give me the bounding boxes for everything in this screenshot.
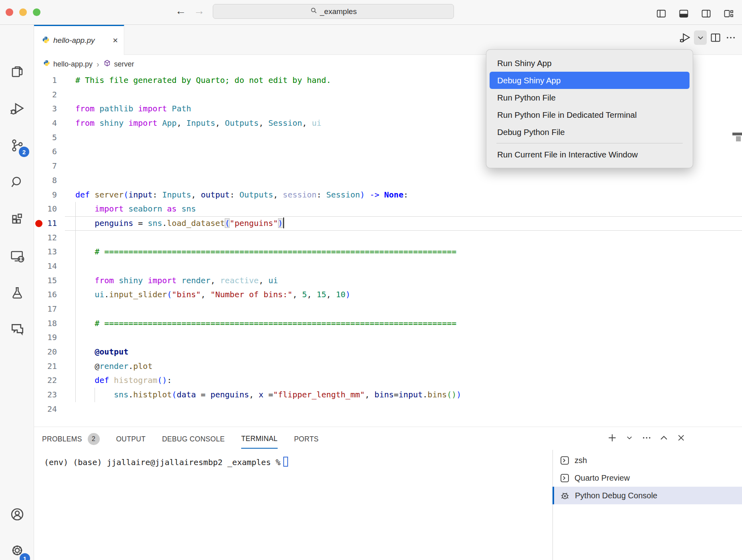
- menu-item[interactable]: Run Shiny App: [490, 54, 690, 72]
- source-control-icon[interactable]: 2: [0, 131, 34, 159]
- panel-more-actions-icon[interactable]: [641, 432, 653, 444]
- search-icon: [310, 7, 317, 16]
- line-number[interactable]: 16: [34, 288, 57, 302]
- line-number[interactable]: 14: [34, 259, 57, 274]
- zoom-window-button[interactable]: [33, 8, 40, 16]
- navigate-forward-button[interactable]: →: [192, 5, 206, 17]
- code-line[interactable]: 8: [34, 173, 742, 188]
- explorer-icon[interactable]: [0, 58, 34, 86]
- menu-item[interactable]: Run Python File: [490, 89, 690, 106]
- menu-item[interactable]: Run Python File in Dedicated Terminal: [490, 106, 690, 123]
- code-line[interactable]: 18 # ===================================…: [34, 316, 742, 331]
- panel-tab-output[interactable]: OUTPUT: [116, 429, 146, 449]
- testing-icon[interactable]: [0, 279, 34, 307]
- account-icon[interactable]: [0, 500, 34, 528]
- code-line[interactable]: 16 ui.input_slider("bins", "Number of bi…: [34, 288, 742, 302]
- panel-tab-terminal[interactable]: TERMINAL: [241, 429, 278, 449]
- comments-icon[interactable]: [0, 316, 34, 344]
- tab-close-icon[interactable]: ✕: [113, 36, 118, 45]
- line-number[interactable]: 8: [34, 173, 57, 188]
- code-line[interactable]: 13 # ===================================…: [34, 245, 742, 259]
- code-line[interactable]: 10 import seaborn as sns: [34, 202, 742, 216]
- line-number[interactable]: 9: [34, 188, 57, 202]
- menu-item[interactable]: Debug Shiny App: [490, 72, 690, 89]
- line-number[interactable]: 19: [34, 330, 57, 345]
- customize-layout-icon[interactable]: [722, 6, 735, 21]
- command-center-search[interactable]: _examples: [213, 4, 454, 19]
- line-number[interactable]: 3: [34, 102, 57, 116]
- navigate-back-button[interactable]: ←: [174, 5, 188, 17]
- toggle-secondary-sidebar-icon[interactable]: [700, 6, 712, 21]
- line-number[interactable]: 6: [34, 145, 57, 159]
- code-line[interactable]: 22 def histogram():: [34, 373, 742, 388]
- code-line[interactable]: 12: [34, 231, 742, 245]
- code-line[interactable]: 24: [34, 402, 742, 417]
- code-line[interactable]: 11 penguins = sns.load_dataset("penguins…: [34, 216, 742, 231]
- line-number[interactable]: 15: [34, 274, 57, 288]
- panel-tab-label: PORTS: [294, 429, 319, 449]
- overview-ruler-mark: [732, 133, 742, 135]
- breadcrumb-file[interactable]: hello-app.py: [53, 60, 93, 68]
- code-line-content: def server(input: Inputs, output: Output…: [75, 188, 408, 202]
- minimize-window-button[interactable]: [19, 8, 27, 16]
- line-number[interactable]: 24: [34, 402, 57, 417]
- code-line[interactable]: 14: [34, 259, 742, 274]
- maximize-panel-icon[interactable]: [658, 432, 670, 444]
- menu-item[interactable]: Run Current File in Interactive Window: [490, 146, 690, 163]
- breakpoint-dot[interactable]: [35, 220, 42, 227]
- code-line-content: penguins = sns.load_dataset("penguins"): [75, 216, 284, 231]
- line-number[interactable]: 5: [34, 131, 57, 145]
- close-window-button[interactable]: [6, 8, 13, 16]
- line-number[interactable]: 17: [34, 302, 57, 316]
- code-line[interactable]: 20 @output: [34, 345, 742, 359]
- terminal-list-item-label: zsh: [575, 456, 587, 465]
- panel-tab-problems[interactable]: PROBLEMS2: [42, 429, 100, 449]
- line-number[interactable]: 18: [34, 316, 57, 331]
- panel-tab-ports[interactable]: PORTS: [294, 429, 319, 449]
- toggle-panel-icon[interactable]: [677, 6, 690, 21]
- debug-run-button[interactable]: [679, 30, 692, 45]
- settings-gear-icon[interactable]: 1: [0, 536, 34, 560]
- terminal-list-item-python-debug-console[interactable]: Python Debug Console: [552, 487, 742, 504]
- panel-tab-label: DEBUG CONSOLE: [162, 429, 225, 449]
- line-number[interactable]: 21: [34, 359, 57, 374]
- source-control-badge: 2: [19, 147, 29, 157]
- close-panel-icon[interactable]: [675, 432, 687, 444]
- line-number[interactable]: 20: [34, 345, 57, 359]
- remote-explorer-icon[interactable]: [0, 242, 34, 270]
- split-editor-icon[interactable]: [709, 30, 722, 45]
- menu-separator: [496, 143, 683, 143]
- code-line[interactable]: 17: [34, 302, 742, 316]
- line-number[interactable]: 1: [34, 73, 57, 88]
- line-number[interactable]: 7: [34, 159, 57, 173]
- terminal-profile-dropdown-icon[interactable]: [623, 432, 635, 444]
- breadcrumb-separator: ›: [97, 60, 99, 69]
- panel-tab-debug-console[interactable]: DEBUG CONSOLE: [162, 429, 225, 449]
- tab-hello-app[interactable]: hello-app.py ✕: [34, 25, 124, 55]
- code-line-content: from pathlib import Path: [75, 102, 191, 116]
- terminal-output[interactable]: (env) (base) jjallaire@jjallairesmbp2 _e…: [44, 457, 288, 467]
- search-sidebar-icon[interactable]: [0, 168, 34, 196]
- code-line[interactable]: 23 sns.histplot(data = penguins, x ="fli…: [34, 388, 742, 402]
- code-line[interactable]: 19: [34, 330, 742, 345]
- menu-item[interactable]: Debug Python File: [490, 123, 690, 141]
- line-number[interactable]: 2: [34, 88, 57, 102]
- line-number[interactable]: 13: [34, 245, 57, 259]
- terminal-list-item-zsh[interactable]: zsh: [552, 451, 742, 469]
- line-number[interactable]: 22: [34, 373, 57, 388]
- line-number[interactable]: 23: [34, 388, 57, 402]
- code-line[interactable]: 21 @render.plot: [34, 359, 742, 374]
- run-options-dropdown-button[interactable]: [694, 30, 707, 45]
- line-number[interactable]: 10: [34, 202, 57, 216]
- terminal-list-item-quarto-preview[interactable]: Quarto Preview: [552, 469, 742, 487]
- line-number[interactable]: 4: [34, 116, 57, 131]
- extensions-icon[interactable]: [0, 205, 34, 233]
- new-terminal-icon[interactable]: [606, 432, 618, 444]
- code-line[interactable]: 15 from shiny import render, reactive, u…: [34, 274, 742, 288]
- toggle-primary-sidebar-icon[interactable]: [655, 6, 667, 21]
- run-and-debug-icon[interactable]: [0, 95, 34, 123]
- breadcrumb-symbol[interactable]: server: [114, 60, 134, 68]
- code-line[interactable]: 9def server(input: Inputs, output: Outpu…: [34, 188, 742, 202]
- editor-more-actions-icon[interactable]: [724, 30, 737, 45]
- line-number[interactable]: 12: [34, 231, 57, 245]
